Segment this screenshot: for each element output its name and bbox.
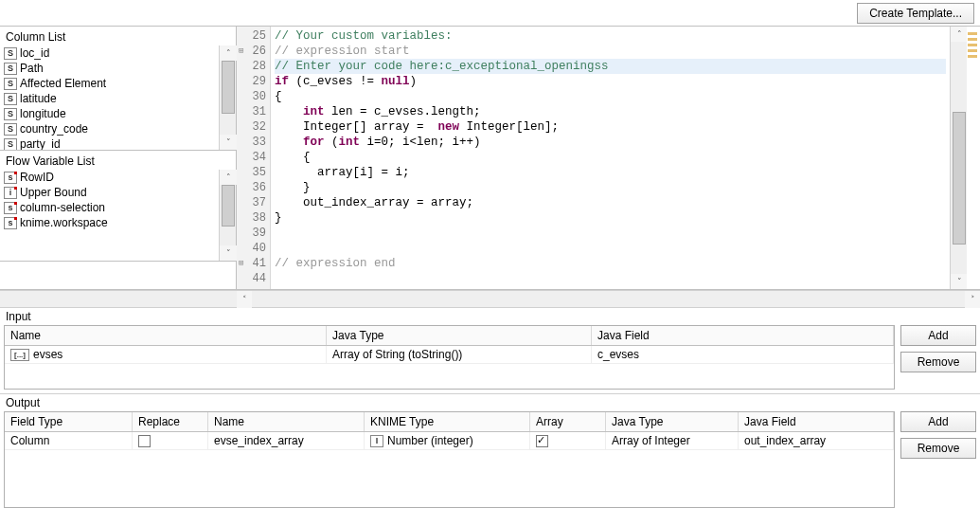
column-list-title: Column List [0, 27, 236, 45]
input-table[interactable]: Name Java Type Java Field [...] evses Ar… [4, 325, 895, 390]
list-item[interactable]: Scountry_code [2, 121, 217, 136]
output-row-jfield: out_index_array [739, 432, 894, 449]
output-header-ftype: Field Type [5, 412, 133, 431]
output-row-ktype: I Number (integer) [365, 432, 530, 449]
list-item[interactable]: sknime.workspace [2, 215, 217, 230]
string-type-icon: S [4, 108, 17, 120]
string-type-icon: S [4, 138, 17, 151]
list-item[interactable]: Sloc_id [2, 45, 217, 61]
array-icon: [...] [10, 349, 29, 361]
list-item[interactable]: SAffected Element [2, 76, 217, 91]
input-header-field: Java Field [592, 326, 894, 345]
scroll-thumb[interactable] [222, 61, 235, 114]
list-item-label: column-selection [20, 200, 105, 215]
output-section: Output Field Type Replace Name KNIME Typ… [0, 393, 980, 512]
input-remove-button[interactable]: Remove [900, 352, 976, 372]
editor-vertical-scrollbar[interactable]: ˄ ˅ [950, 27, 967, 289]
scroll-down-icon[interactable]: ˅ [951, 274, 968, 289]
list-item[interactable]: sRowID [2, 170, 217, 185]
output-row-name: evse_index_array [208, 432, 365, 449]
string-type-icon: S [4, 63, 17, 75]
flow-var-panel: Flow Variable List sRowIDiUpper Boundsco… [0, 151, 236, 262]
list-item-label: knime.workspace [20, 215, 108, 230]
flowvar-type-icon: s [4, 202, 17, 214]
scroll-down-icon[interactable]: ˅ [220, 135, 237, 150]
column-list-panel: Column List Sloc_idSPathSAffected Elemen… [0, 27, 236, 151]
list-item[interactable]: Slatitude [2, 91, 217, 106]
input-row-name: [...] evses [5, 346, 327, 363]
flowvar-type-icon: i [4, 187, 17, 199]
list-item-label: loc_id [20, 45, 49, 61]
output-table[interactable]: Field Type Replace Name KNIME Type Array… [4, 411, 895, 508]
scroll-up-icon[interactable]: ˄ [951, 27, 968, 42]
string-type-icon: S [4, 78, 17, 90]
input-table-header: Name Java Type Java Field [5, 326, 894, 346]
checkbox-checked-icon[interactable] [536, 435, 548, 447]
output-header-replace: Replace [133, 412, 208, 431]
output-add-button[interactable]: Add [900, 411, 976, 432]
flowvar-type-icon: s [4, 172, 17, 184]
flow-var-title: Flow Variable List [0, 151, 236, 170]
integer-type-icon: I [370, 435, 383, 447]
output-table-header: Field Type Replace Name KNIME Type Array… [5, 412, 894, 432]
output-row-ftype: Column [5, 432, 133, 449]
output-header-jtype: Java Type [606, 412, 739, 431]
input-header-name: Name [5, 326, 327, 345]
table-row[interactable]: [...] evses Array of String (toString())… [5, 346, 894, 364]
column-list-scrollbar[interactable]: ˄ ˅ [219, 45, 236, 150]
string-type-icon: S [4, 123, 17, 136]
code-editor[interactable]: 2526282930313233343536373839404144 // Yo… [237, 27, 980, 289]
list-item-label: Upper Bound [20, 185, 87, 200]
scroll-up-icon[interactable]: ˄ [220, 45, 237, 61]
scroll-thumb[interactable] [222, 185, 235, 227]
scroll-down-icon[interactable]: ˅ [220, 245, 237, 261]
editor-horizontal-scrollbar[interactable]: ˂ ˃ [0, 290, 980, 307]
string-type-icon: S [4, 93, 17, 105]
list-item-label: Affected Element [20, 76, 106, 91]
output-header-ktype: KNIME Type [365, 412, 530, 431]
output-row-jtype: Array of Integer [606, 432, 739, 449]
list-item-label: party_id [20, 136, 61, 150]
output-section-title: Output [0, 394, 980, 411]
list-item-label: longitude [20, 106, 66, 121]
top-toolbar: Create Template... [0, 0, 980, 27]
output-row-array[interactable] [530, 432, 606, 449]
list-item[interactable]: Slongitude [2, 106, 217, 121]
column-list[interactable]: Sloc_idSPathSAffected ElementSlatitudeSl… [0, 45, 219, 150]
list-item[interactable]: SPath [2, 61, 217, 76]
string-type-icon: S [4, 47, 17, 60]
output-row-replace[interactable] [133, 432, 208, 449]
input-row-type: Array of String (toString()) [327, 346, 592, 363]
flow-var-list[interactable]: sRowIDiUpper Boundscolumn-selectionsknim… [0, 170, 219, 261]
flow-var-scrollbar[interactable]: ˄ ˅ [219, 170, 236, 261]
output-header-array: Array [530, 412, 606, 431]
input-section-title: Input [0, 308, 980, 325]
flowvar-type-icon: s [4, 217, 17, 229]
checkbox-icon[interactable] [138, 435, 151, 447]
list-item[interactable]: iUpper Bound [2, 185, 217, 200]
list-item[interactable]: Sparty_id [2, 136, 217, 150]
input-add-button[interactable]: Add [900, 325, 976, 346]
scroll-thumb[interactable] [953, 112, 966, 245]
editor-gutter: 2526282930313233343536373839404144 [237, 27, 271, 289]
input-section: Input Name Java Type Java Field [...] ev… [0, 307, 980, 393]
input-header-type: Java Type [327, 326, 592, 345]
input-row-field: c_evses [592, 346, 894, 363]
output-header-jfield: Java Field [739, 412, 894, 431]
list-item-label: Path [20, 61, 44, 76]
table-row[interactable]: Column evse_index_array I Number (intege… [5, 432, 894, 450]
list-item[interactable]: scolumn-selection [2, 200, 217, 215]
output-remove-button[interactable]: Remove [900, 438, 976, 459]
create-template-button[interactable]: Create Template... [857, 3, 974, 24]
editor-marker-strip [967, 27, 980, 289]
list-item-label: country_code [20, 121, 88, 136]
output-header-name: Name [208, 412, 365, 431]
list-item-label: latitude [20, 91, 57, 106]
editor-code-area[interactable]: // Your custom variables:// expression s… [271, 27, 950, 289]
scroll-left-icon[interactable]: ˂ [237, 291, 252, 308]
list-item-label: RowID [20, 170, 54, 185]
scroll-right-icon[interactable]: ˃ [965, 291, 980, 308]
scroll-up-icon[interactable]: ˄ [220, 170, 237, 185]
side-column: Column List Sloc_idSPathSAffected Elemen… [0, 27, 237, 289]
main-row: Column List Sloc_idSPathSAffected Elemen… [0, 27, 980, 290]
